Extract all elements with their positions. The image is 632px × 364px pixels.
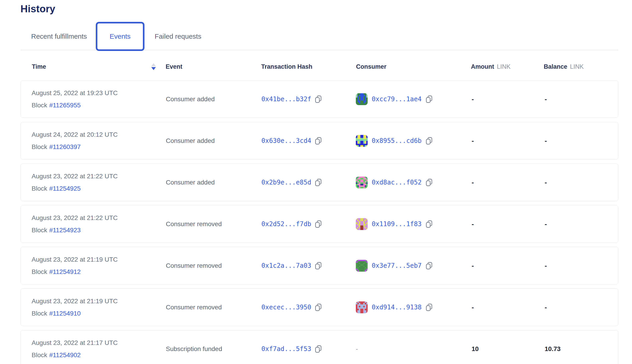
- consumer-address-link[interactable]: 0x3e77...5eb7: [372, 262, 422, 269]
- balance-cell: -: [545, 80, 547, 118]
- copy-icon[interactable]: [426, 220, 432, 228]
- time-cell: August 23, 2022 at 21:17 UTC Block #1125…: [32, 330, 118, 364]
- block-number-link[interactable]: #11254923: [49, 227, 80, 234]
- consumer-address-link[interactable]: 0xd914...9138: [372, 304, 422, 311]
- block-label: Block: [32, 352, 47, 358]
- consumer-address-link[interactable]: 0x1109...1f83: [372, 220, 422, 228]
- table-row: August 23, 2022 at 21:17 UTC Block #1125…: [20, 330, 618, 364]
- block-label: Block: [32, 186, 47, 192]
- balance-cell: -: [545, 206, 547, 242]
- time-cell: August 23, 2022 at 21:19 UTC Block #1125…: [32, 289, 118, 326]
- event-type: Consumer removed: [166, 247, 222, 284]
- block-number-link[interactable]: #11254910: [49, 310, 80, 317]
- column-header-time[interactable]: Time: [32, 62, 46, 71]
- balance-cell: -: [545, 164, 547, 201]
- event-timestamp: August 23, 2022 at 21:17 UTC: [32, 340, 118, 346]
- amount-cell: 10: [472, 330, 479, 364]
- transaction-hash-link[interactable]: 0xecec...3950: [262, 304, 311, 311]
- transaction-hash-link[interactable]: 0xf7ad...5f53: [262, 345, 311, 352]
- transaction-hash-link[interactable]: 0x2d52...f7db: [262, 220, 311, 228]
- event-type: Consumer removed: [166, 206, 222, 242]
- tab-failed-requests[interactable]: Failed requests: [155, 32, 201, 40]
- table-row: August 23, 2022 at 21:19 UTC Block #1125…: [20, 288, 618, 326]
- column-header-consumer: Consumer: [356, 62, 386, 71]
- balance-cell: 10.73: [545, 330, 560, 364]
- transaction-hash-link[interactable]: 0x1c2a...7a03: [262, 262, 311, 269]
- consumer-avatar: [356, 176, 368, 188]
- event-timestamp: August 24, 2022 at 20:12 UTC: [32, 132, 118, 138]
- transaction-hash-link[interactable]: 0x41be...b32f: [262, 95, 311, 103]
- table-header: Time Event Transaction Hash Consumer Amo…: [20, 62, 618, 71]
- consumer-address-link[interactable]: 0xcc79...1ae4: [372, 95, 422, 103]
- column-header-balance: BalanceLINK: [544, 62, 584, 71]
- amount-unit-label: LINK: [497, 63, 510, 70]
- block-line: Block #11254902: [32, 352, 81, 358]
- tab-events-label: Events: [110, 32, 130, 40]
- consumer-cell: 0xcc79...1ae4 -: [356, 80, 432, 118]
- block-line: Block #11254923: [32, 227, 81, 234]
- consumer-address-link[interactable]: 0xd8ac...f052: [372, 178, 422, 186]
- block-number-link[interactable]: #11260397: [49, 144, 80, 150]
- block-line: Block #11254910: [32, 310, 81, 317]
- block-line: Block #11260397: [32, 144, 81, 150]
- copy-icon[interactable]: [315, 95, 322, 103]
- transaction-hash-cell: 0x2d52...f7db: [262, 206, 322, 242]
- consumer-empty-value: -: [356, 345, 358, 352]
- block-number-link[interactable]: #11254925: [49, 186, 80, 192]
- copy-icon[interactable]: [426, 95, 432, 103]
- consumer-cell: - -: [356, 330, 358, 364]
- table-row: August 23, 2022 at 21:22 UTC Block #1125…: [20, 205, 618, 243]
- copy-icon[interactable]: [315, 220, 322, 228]
- copy-icon[interactable]: [315, 262, 322, 270]
- amount-cell: -: [472, 80, 474, 118]
- block-label: Block: [32, 227, 47, 234]
- consumer-cell: 0xd8ac...f052 -: [356, 164, 432, 201]
- copy-icon[interactable]: [426, 178, 432, 186]
- block-line: Block #11265955: [32, 102, 81, 108]
- consumer-avatar: [356, 302, 368, 313]
- copy-icon[interactable]: [315, 137, 322, 145]
- amount-cell: -: [472, 122, 474, 159]
- block-number-link[interactable]: #11254912: [49, 269, 80, 275]
- copy-icon[interactable]: [426, 262, 432, 270]
- sort-toggle-icon[interactable]: [151, 63, 156, 70]
- amount-cell: -: [472, 247, 474, 284]
- history-page: History Recent fulfillments Events Faile…: [0, 0, 632, 364]
- page-title: History: [20, 3, 632, 14]
- copy-icon[interactable]: [426, 304, 432, 311]
- copy-icon[interactable]: [315, 304, 322, 311]
- table-row: August 24, 2022 at 20:12 UTC Block #1126…: [20, 122, 618, 160]
- transaction-hash-link[interactable]: 0x2b9e...e85d: [262, 178, 311, 186]
- block-number-link[interactable]: #11254902: [49, 352, 80, 358]
- amount-cell: -: [472, 289, 474, 326]
- block-label: Block: [32, 310, 47, 317]
- balance-cell: -: [545, 289, 547, 326]
- event-type: Consumer added: [166, 122, 215, 159]
- time-cell: August 23, 2022 at 21:19 UTC Block #1125…: [32, 247, 118, 284]
- transaction-hash-cell: 0x2b9e...e85d: [262, 164, 322, 201]
- amount-cell: -: [472, 164, 474, 201]
- copy-icon[interactable]: [426, 137, 432, 145]
- tab-recent-fulfillments[interactable]: Recent fulfillments: [31, 32, 87, 40]
- time-cell: August 23, 2022 at 21:22 UTC Block #1125…: [32, 206, 118, 242]
- balance-label: Balance: [544, 63, 568, 70]
- block-label: Block: [32, 102, 47, 108]
- transaction-hash-cell: 0x41be...b32f: [262, 80, 322, 118]
- consumer-avatar: [356, 93, 368, 105]
- consumer-cell: 0x1109...1f83 -: [356, 206, 432, 242]
- consumer-avatar: [356, 218, 368, 230]
- copy-icon[interactable]: [315, 345, 322, 353]
- block-line: Block #11254925: [32, 186, 81, 192]
- tab-events[interactable]: Events: [96, 22, 144, 51]
- table-row: August 23, 2022 at 21:19 UTC Block #1125…: [20, 247, 618, 284]
- event-timestamp: August 23, 2022 at 21:22 UTC: [32, 173, 118, 180]
- event-type: Consumer added: [166, 80, 215, 118]
- block-label: Block: [32, 144, 47, 150]
- consumer-address-link[interactable]: 0x8955...cd6b: [372, 137, 422, 144]
- events-table: August 25, 2022 at 19:23 UTC Block #1126…: [20, 80, 618, 364]
- copy-icon[interactable]: [315, 178, 322, 186]
- transaction-hash-link[interactable]: 0x630e...3cd4: [262, 137, 311, 144]
- consumer-avatar: [356, 135, 368, 147]
- block-number-link[interactable]: #11265955: [49, 102, 80, 108]
- event-timestamp: August 23, 2022 at 21:22 UTC: [32, 215, 118, 221]
